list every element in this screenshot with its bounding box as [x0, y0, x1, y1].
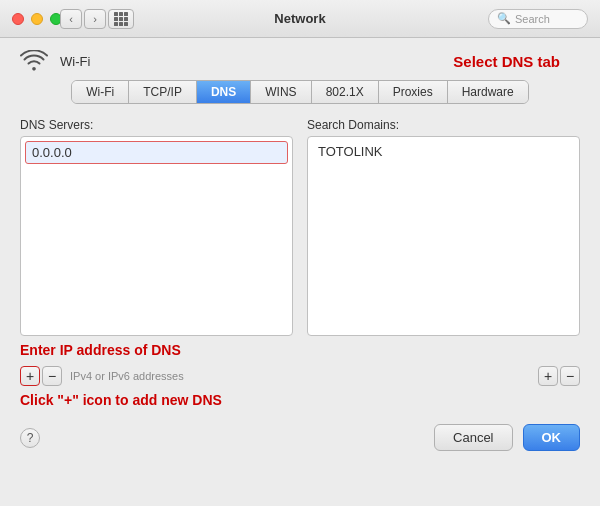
search-domain-entry[interactable]: TOTOLINK: [312, 141, 575, 162]
cancel-button[interactable]: Cancel: [434, 424, 512, 451]
search-box[interactable]: 🔍 Search: [488, 9, 588, 29]
tab-tcpip[interactable]: TCP/IP: [129, 81, 197, 103]
main-content: Wi-Fi Select DNS tab Wi-Fi TCP/IP DNS WI…: [0, 38, 600, 408]
titlebar: ‹ › Network 🔍 Search: [0, 0, 600, 38]
tab-8021x[interactable]: 802.1X: [312, 81, 379, 103]
nav-buttons: ‹ ›: [60, 9, 106, 29]
dns-controls: + − IPv4 or IPv6 addresses: [20, 366, 184, 386]
grid-icon: [114, 12, 128, 26]
window-title: Network: [274, 11, 325, 26]
tab-wins[interactable]: WINS: [251, 81, 311, 103]
close-button[interactable]: [12, 13, 24, 25]
instruction-ip: Enter IP address of DNS: [20, 342, 580, 358]
tab-proxies[interactable]: Proxies: [379, 81, 448, 103]
footer-buttons: Cancel OK: [434, 424, 580, 451]
dns-servers-label: DNS Servers:: [20, 118, 293, 132]
forward-button[interactable]: ›: [84, 9, 106, 29]
search-domains-label: Search Domains:: [307, 118, 580, 132]
search-domains-panel: Search Domains: TOTOLINK: [307, 118, 580, 336]
tab-dns[interactable]: DNS: [197, 81, 251, 103]
remove-domain-button[interactable]: −: [560, 366, 580, 386]
add-dns-button[interactable]: +: [20, 366, 40, 386]
dns-entry[interactable]: 0.0.0.0: [25, 141, 288, 164]
add-domain-button[interactable]: +: [538, 366, 558, 386]
wifi-row: Wi-Fi Select DNS tab: [20, 38, 580, 80]
wifi-icon: [20, 50, 48, 72]
ok-button[interactable]: OK: [523, 424, 581, 451]
search-domain-controls: + −: [538, 366, 580, 386]
minimize-button[interactable]: [31, 13, 43, 25]
tabs-bar: Wi-Fi TCP/IP DNS WINS 802.1X Proxies Har…: [71, 80, 528, 104]
search-icon: 🔍: [497, 12, 511, 25]
search-domains-list[interactable]: TOTOLINK: [307, 136, 580, 336]
dns-servers-panel: DNS Servers: 0.0.0.0: [20, 118, 293, 336]
footer: ? Cancel OK: [0, 412, 600, 465]
wifi-label: Wi-Fi: [60, 54, 90, 69]
help-button[interactable]: ?: [20, 428, 40, 448]
tab-hardware[interactable]: Hardware: [448, 81, 528, 103]
grid-button[interactable]: [108, 9, 134, 29]
instruction-add: Click "+" icon to add new DNS: [20, 392, 580, 408]
search-placeholder: Search: [515, 13, 550, 25]
traffic-lights: [12, 13, 62, 25]
dns-servers-list[interactable]: 0.0.0.0: [20, 136, 293, 336]
instruction-dns-tab: Select DNS tab: [453, 53, 560, 70]
tab-wifi[interactable]: Wi-Fi: [72, 81, 129, 103]
ipv4-hint: IPv4 or IPv6 addresses: [70, 370, 184, 382]
panels: DNS Servers: 0.0.0.0 Search Domains: TOT…: [20, 118, 580, 336]
remove-dns-button[interactable]: −: [42, 366, 62, 386]
back-button[interactable]: ‹: [60, 9, 82, 29]
